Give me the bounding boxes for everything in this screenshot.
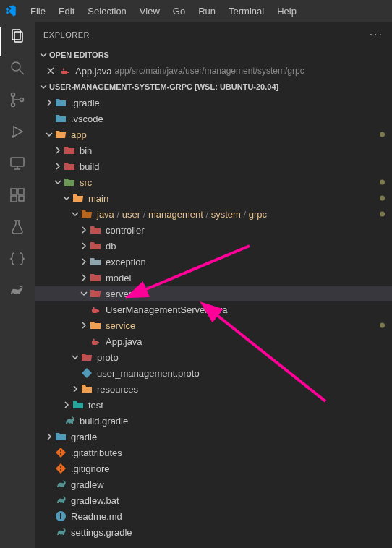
tree-folder-bin[interactable]: bin [35,142,392,158]
tree-folder-vscode[interactable]: .vscode [35,111,392,127]
tree-folder-resources[interactable]: resources [35,381,392,397]
chevron-down-icon [61,194,72,202]
tree-folder-test[interactable]: test [35,397,392,413]
vscode-logo-icon [4,4,17,17]
tree-file-readme[interactable]: Readme.md [35,508,392,524]
gradle-file-icon [55,479,67,490]
folder-icon [90,272,101,283]
chevron-down-icon [38,51,49,59]
markdown-file-icon [55,510,67,522]
tree-folder-build[interactable]: build [35,158,392,174]
tree-file-gitattributes[interactable]: .gitattributes [35,445,392,461]
open-editor-item[interactable]: App.java app/src/main/java/user/manageme… [35,63,392,79]
gradle-icon[interactable] [9,282,26,299]
chevron-down-icon [69,353,81,361]
remote-explorer-icon[interactable] [9,155,26,172]
svg-rect-17 [60,515,61,519]
chevron-down-icon [43,130,55,139]
tree-file-settingsgradle[interactable]: settings.gradle [35,524,392,540]
tree-folder-proto[interactable]: proto [35,349,392,365]
testing-icon[interactable] [9,218,26,236]
tree-file-gradlewbat[interactable]: gradlew.bat [35,492,392,508]
folder-icon [64,145,75,156]
tree-folder-java-path[interactable]: java / user / management / system / grpc [35,206,392,222]
java-file-icon [90,335,101,347]
tree-file-buildgradle[interactable]: build.gradle [35,413,392,429]
tree-folder-exception[interactable]: exception [35,254,392,270]
chevron-right-icon [69,385,81,393]
git-file-icon [55,463,67,474]
menu-help[interactable]: Help [271,3,302,20]
tree-file-proto[interactable]: user_management.proto [35,365,392,381]
svg-rect-12 [18,189,24,194]
open-editors-header[interactable]: Open Editors [35,47,392,63]
folder-icon [90,240,101,252]
tree-folder-controller[interactable]: controller [35,222,392,238]
chevron-right-icon [52,162,64,171]
file-tree: .gradle .vscode app bin build src main j… [35,95,392,540]
chevron-right-icon [78,226,90,234]
source-control-icon[interactable] [9,91,26,108]
tree-file-usermanagementserver[interactable]: UserManagementServer.java [35,301,392,317]
tree-folder-main[interactable]: main [35,190,392,206]
modified-dot-icon [380,132,385,137]
chevron-down-icon [38,82,49,91]
menu-view[interactable]: View [134,3,166,20]
svg-point-7 [12,136,14,137]
svg-point-6 [20,98,24,102]
chevron-right-icon [43,432,55,441]
tree-folder-src[interactable]: src [35,174,392,190]
svg-point-4 [12,93,15,97]
tree-folder-app[interactable]: app [35,127,392,142]
folder-icon [72,399,84,411]
tree-file-gitignore[interactable]: .gitignore [35,461,392,476]
modified-dot-icon [380,180,385,185]
explorer-title: Explorer [43,30,90,39]
project-header[interactable]: USER-MANAGEMENT-SYSTEM-GRPC [WSL: UBUNTU… [35,79,392,95]
menu-file[interactable]: File [25,3,51,20]
gradle-file-icon [55,526,67,538]
folder-open-icon [55,129,67,140]
svg-rect-1 [14,32,22,42]
chevron-down-icon [69,210,81,218]
explorer-icon[interactable] [9,27,26,45]
svg-rect-0 [12,30,20,40]
menu-edit[interactable]: Edit [53,3,80,20]
run-debug-icon[interactable] [9,123,26,140]
tree-file-appjava[interactable]: App.java [35,333,392,349]
explorer-header: Explorer ··· [35,22,392,47]
svg-line-3 [20,70,24,74]
svg-rect-11 [11,189,17,194]
menu-terminal[interactable]: Terminal [223,3,270,20]
json-icon[interactable] [9,250,26,267]
java-file-icon [59,65,71,77]
close-icon[interactable] [46,67,58,75]
chevron-right-icon [43,98,55,107]
tree-folder-server[interactable]: server [35,286,392,301]
chevron-right-icon [78,321,90,330]
tree-folder-gradle[interactable]: .gradle [35,95,392,111]
explorer-more-icon[interactable]: ··· [370,28,383,41]
title-bar: File Edit Selection View Go Run Terminal… [0,0,392,22]
extensions-icon[interactable] [9,187,26,204]
tree-folder-gradle2[interactable]: gradle [35,429,392,445]
search-icon[interactable] [9,59,26,77]
explorer-sidebar: Explorer ··· Open Editors App.java app/s… [35,22,392,548]
folder-icon [81,383,93,395]
svg-rect-13 [11,196,17,202]
menu-run[interactable]: Run [192,3,221,20]
chevron-down-icon [52,178,64,187]
chevron-right-icon [78,273,90,282]
proto-file-icon [81,367,93,379]
modified-dot-icon [380,323,385,328]
tree-file-gradlew[interactable]: gradlew [35,476,392,492]
tree-folder-model[interactable]: model [35,270,392,286]
folder-open-icon [81,208,93,220]
folder-icon [55,113,67,124]
menu-go[interactable]: Go [167,3,191,20]
tree-folder-service[interactable]: service [35,317,392,333]
chevron-right-icon [78,241,90,250]
folder-icon [90,224,101,236]
menu-selection[interactable]: Selection [82,3,132,20]
tree-folder-db[interactable]: db [35,238,392,254]
